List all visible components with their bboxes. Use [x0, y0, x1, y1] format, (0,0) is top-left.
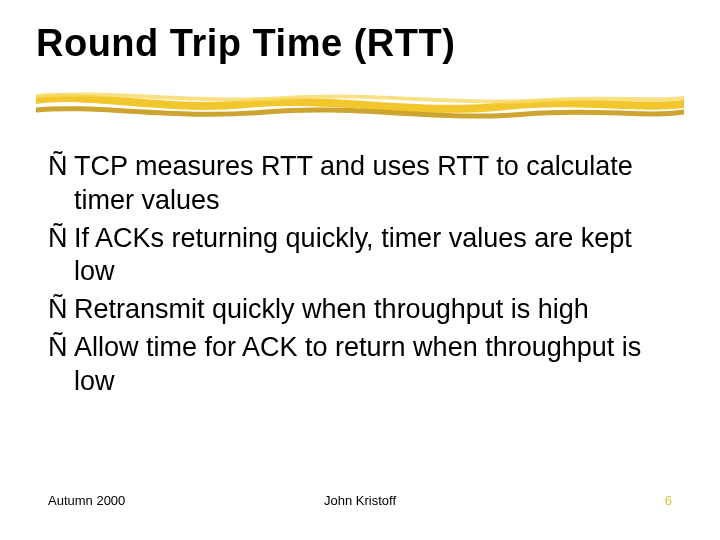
slide: Round Trip Time (RTT) Ñ TCP measures RTT… [0, 0, 720, 540]
footer-left: Autumn 2000 [48, 493, 125, 508]
bullet-text: If ACKs returning quickly, timer values … [74, 222, 672, 290]
bullet-glyph-icon: Ñ [48, 293, 74, 327]
bullet-item: Ñ Allow time for ACK to return when thro… [48, 331, 672, 399]
bullet-glyph-icon: Ñ [48, 150, 74, 184]
bullet-glyph-icon: Ñ [48, 222, 74, 256]
bullet-item: Ñ Retransmit quickly when throughput is … [48, 293, 672, 327]
slide-body: Ñ TCP measures RTT and uses RTT to calcu… [48, 150, 672, 402]
footer-center: John Kristoff [48, 493, 672, 508]
bullet-text: Retransmit quickly when throughput is hi… [74, 293, 672, 327]
bullet-item: Ñ If ACKs returning quickly, timer value… [48, 222, 672, 290]
bullet-glyph-icon: Ñ [48, 331, 74, 365]
slide-title: Round Trip Time (RTT) [36, 22, 684, 65]
bullet-item: Ñ TCP measures RTT and uses RTT to calcu… [48, 150, 672, 218]
bullet-text: Allow time for ACK to return when throug… [74, 331, 672, 399]
title-underline [36, 90, 684, 124]
bullet-text: TCP measures RTT and uses RTT to calcula… [74, 150, 672, 218]
footer-page-number: 6 [665, 493, 672, 508]
slide-footer: Autumn 2000 John Kristoff 6 [48, 493, 672, 508]
